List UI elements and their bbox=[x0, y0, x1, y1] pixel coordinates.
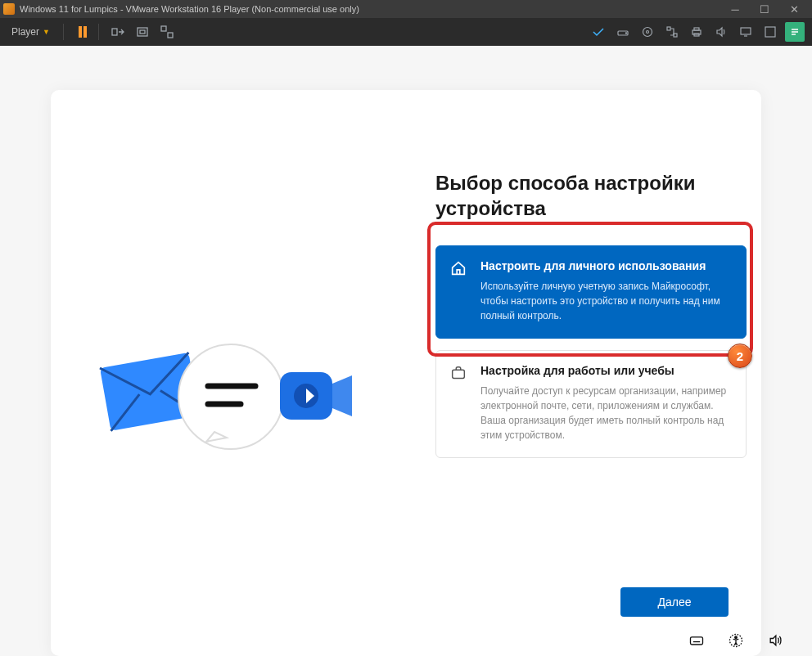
caret-down-icon: ▼ bbox=[43, 28, 50, 36]
svg-point-17 bbox=[178, 344, 283, 449]
svg-rect-1 bbox=[138, 28, 147, 36]
player-menu[interactable]: Player ▼ bbox=[5, 23, 56, 41]
svg-rect-9 bbox=[667, 27, 670, 30]
step-badge: 2 bbox=[728, 344, 752, 368]
setup-heading: Выбор способа настройки устройства bbox=[435, 170, 747, 221]
vmware-titlebar: Windows 11 for Lumpics - VMware Workstat… bbox=[0, 0, 812, 18]
option-desc: Используйте личную учетную запись Майкро… bbox=[480, 279, 731, 323]
player-menu-label: Player bbox=[11, 26, 39, 38]
svg-rect-12 bbox=[694, 28, 699, 30]
vmware-app-icon bbox=[3, 3, 15, 15]
svg-rect-2 bbox=[140, 30, 145, 34]
svg-rect-23 bbox=[691, 637, 703, 645]
drive-icon[interactable] bbox=[613, 22, 633, 42]
svg-point-6 bbox=[625, 33, 626, 34]
svg-rect-22 bbox=[453, 371, 465, 379]
notes-icon[interactable] bbox=[785, 22, 805, 42]
pause-button[interactable] bbox=[79, 26, 87, 38]
toolbar-divider bbox=[63, 24, 64, 40]
printer-icon[interactable] bbox=[687, 22, 706, 42]
option-personal[interactable]: Настроить для личного использования Испо… bbox=[435, 245, 747, 339]
maximize-button[interactable]: ☐ bbox=[750, 2, 779, 16]
option-title: Настроить для личного использования bbox=[480, 259, 731, 272]
briefcase-icon bbox=[449, 364, 467, 382]
svg-rect-15 bbox=[765, 27, 775, 37]
home-icon bbox=[449, 259, 467, 277]
minimize-button[interactable]: ─ bbox=[720, 2, 750, 16]
volume-icon[interactable] bbox=[766, 631, 784, 649]
setup-content: Выбор способа настройки устройства Настр… bbox=[435, 170, 747, 470]
svg-rect-14 bbox=[741, 28, 751, 34]
option-work-school[interactable]: Настройка для работы или учебы Получайте… bbox=[435, 350, 747, 458]
guest-viewport: Выбор способа настройки устройства Настр… bbox=[0, 46, 812, 656]
svg-point-25 bbox=[735, 636, 738, 639]
svg-point-7 bbox=[643, 28, 652, 37]
toolbar-icon[interactable] bbox=[760, 22, 780, 42]
sound-icon[interactable] bbox=[711, 22, 731, 42]
send-ctrl-alt-del-icon[interactable] bbox=[108, 22, 128, 42]
vmware-toolbar: Player ▼ bbox=[0, 18, 812, 46]
option-title: Настройка для работы или учебы bbox=[480, 364, 731, 377]
option-desc: Получайте доступ к ресурсам организации,… bbox=[480, 384, 731, 443]
svg-rect-4 bbox=[168, 33, 173, 38]
setup-illustration bbox=[92, 327, 354, 474]
cd-icon[interactable] bbox=[638, 22, 657, 42]
toolbar-icon[interactable] bbox=[589, 22, 608, 42]
setup-card: Выбор способа настройки устройства Настр… bbox=[51, 90, 761, 656]
keyboard-icon[interactable] bbox=[688, 631, 706, 649]
unity-icon[interactable] bbox=[157, 22, 177, 42]
toolbar-divider bbox=[98, 24, 99, 40]
network-icon[interactable] bbox=[662, 22, 682, 42]
close-button[interactable]: ✕ bbox=[779, 2, 809, 16]
display-icon[interactable] bbox=[736, 22, 756, 42]
next-button[interactable]: Далее bbox=[620, 587, 729, 617]
svg-point-8 bbox=[647, 31, 649, 34]
oobe-system-icons bbox=[688, 631, 784, 649]
accessibility-icon[interactable] bbox=[727, 631, 745, 649]
svg-rect-0 bbox=[112, 29, 117, 35]
fullscreen-icon[interactable] bbox=[133, 22, 152, 42]
svg-rect-3 bbox=[161, 26, 166, 31]
vmware-title-text: Windows 11 for Lumpics - VMware Workstat… bbox=[20, 4, 720, 14]
